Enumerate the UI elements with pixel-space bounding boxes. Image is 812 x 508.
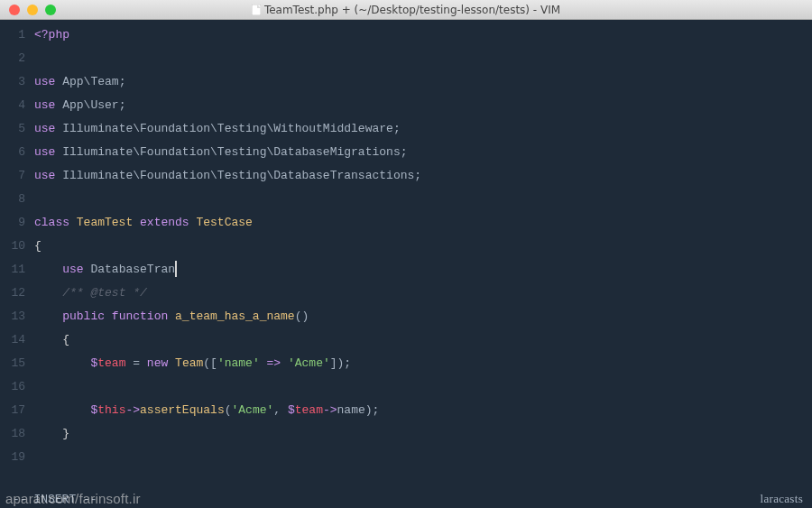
code-line[interactable]: use App\Team; (34, 70, 812, 94)
document-icon (252, 5, 261, 15)
code-token (34, 286, 62, 300)
code-token: public (62, 309, 112, 323)
code-token: TestCase (196, 216, 252, 229)
code-token: { (34, 239, 42, 253)
line-number: 19 (0, 446, 34, 469)
line-number: 2 (0, 47, 34, 70)
code-line[interactable] (34, 446, 812, 469)
line-number: 10 (0, 235, 34, 258)
close-icon[interactable] (9, 5, 20, 15)
code-line[interactable]: { (34, 235, 812, 258)
code-line[interactable]: use Illuminate\Foundation\Testing\Databa… (34, 164, 812, 188)
code-token: name); (337, 403, 380, 417)
code-token: TeamTest (77, 216, 133, 229)
code-token: use (34, 75, 62, 88)
line-number: 15 (0, 352, 34, 375)
code-token: /** @test */ (62, 286, 147, 300)
line-number: 11 (0, 258, 34, 282)
code-token: ]); (330, 356, 351, 370)
line-number: 6 (0, 141, 34, 164)
line-number: 3 (0, 70, 34, 94)
code-token: ( (225, 403, 232, 417)
code-line[interactable]: /** @test */ (34, 282, 812, 305)
code-token: Illuminate\Foundation\Testing\DatabaseTr… (62, 169, 421, 182)
code-line[interactable]: { (34, 328, 812, 352)
code-content[interactable]: <?phpuse App\Team;use App\User;use Illum… (34, 23, 812, 490)
code-token: a_team_has_a_name (175, 309, 295, 323)
code-token: => (267, 356, 281, 370)
code-token: DatabaseTran (90, 263, 175, 276)
traffic-lights (0, 5, 56, 15)
line-number: 4 (0, 94, 34, 117)
code-token: App\Team; (62, 75, 125, 88)
code-line[interactable] (34, 188, 812, 211)
code-token: extends (133, 216, 196, 229)
code-token: 'Acme' (232, 403, 274, 417)
line-number: 16 (0, 375, 34, 399)
code-token (34, 427, 62, 440)
code-token: 'name' (217, 356, 260, 370)
code-token: function (112, 309, 175, 323)
code-token: this (97, 403, 125, 417)
line-number: 5 (0, 117, 34, 141)
code-token: Team (175, 356, 203, 370)
code-token: App\User; (62, 98, 125, 112)
code-line[interactable]: <?php (34, 23, 812, 47)
line-number: 14 (0, 328, 34, 352)
code-token: class (34, 216, 77, 229)
code-token: $ (288, 403, 295, 417)
code-line[interactable]: use App\User; (34, 94, 812, 117)
code-token: -> (323, 403, 337, 417)
code-token: use (62, 263, 90, 276)
code-token: use (34, 98, 62, 112)
line-number: 7 (0, 164, 34, 188)
code-line[interactable]: public function a_team_has_a_name() (34, 305, 812, 328)
code-token: team (97, 356, 125, 370)
code-line[interactable]: class TeamTest extends TestCase (34, 211, 812, 235)
code-token: use (34, 169, 62, 182)
svg-rect-0 (252, 5, 261, 15)
code-line[interactable]: use Illuminate\Foundation\Testing\Withou… (34, 117, 812, 141)
code-token: use (34, 145, 62, 159)
code-line[interactable] (34, 47, 812, 70)
window-title: TeamTest.php + (~/Desktop/testing-lesson… (0, 4, 812, 16)
line-number-gutter: 12345678910111213141516171819 (0, 23, 34, 490)
code-line[interactable]: use DatabaseTran (34, 258, 812, 282)
code-token (34, 309, 62, 323)
code-token: 'Acme' (288, 356, 330, 370)
code-token: -> (125, 403, 140, 417)
code-token: } (62, 427, 69, 440)
code-line[interactable]: $this->assertEquals('Acme', $team->name)… (34, 399, 812, 422)
code-token: , (273, 403, 288, 417)
text-cursor (175, 261, 177, 277)
code-line[interactable]: use Illuminate\Foundation\Testing\Databa… (34, 141, 812, 164)
code-token (34, 263, 62, 276)
code-token (281, 356, 288, 370)
line-number: 17 (0, 399, 34, 422)
watermark: aparat.com/farinsoft.ir (5, 491, 141, 506)
window-title-text: TeamTest.php + (~/Desktop/testing-lesson… (264, 4, 560, 16)
code-line[interactable]: $team = new Team(['name' => 'Acme']); (34, 352, 812, 375)
code-token: () (295, 309, 309, 323)
line-number: 9 (0, 211, 34, 235)
code-token: use (34, 122, 62, 135)
minimize-icon[interactable] (27, 5, 38, 15)
line-number: 18 (0, 422, 34, 446)
line-number: 12 (0, 282, 34, 305)
code-token: Illuminate\Foundation\Testing\WithoutMid… (62, 122, 400, 135)
code-token (34, 333, 62, 346)
code-line[interactable] (34, 375, 812, 399)
maximize-icon[interactable] (45, 5, 56, 15)
code-token (34, 403, 90, 417)
code-token: new (147, 356, 175, 370)
code-token: Illuminate\Foundation\Testing\DatabaseMi… (62, 145, 407, 159)
code-line[interactable]: } (34, 422, 812, 446)
code-token: ([ (203, 356, 217, 370)
code-token: team (295, 403, 323, 417)
editor-area[interactable]: 12345678910111213141516171819 <?phpuse A… (0, 20, 812, 490)
line-number: 1 (0, 23, 34, 47)
line-number: 13 (0, 305, 34, 328)
line-number: 8 (0, 188, 34, 211)
code-token: assertEquals (140, 403, 225, 417)
code-token: <?php (34, 28, 69, 42)
